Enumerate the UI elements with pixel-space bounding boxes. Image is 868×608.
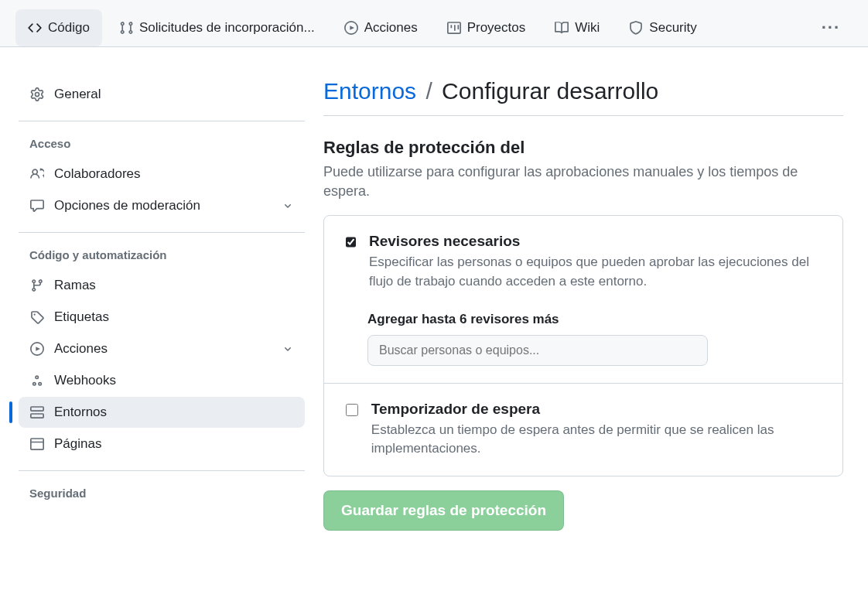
browser-icon	[29, 436, 45, 452]
row-required-reviewers: Revisores necesarios Especificar las per…	[324, 216, 842, 383]
breadcrumb-parent[interactable]: Entornos	[323, 78, 416, 104]
sidebar-heading-code: Código y automatización	[19, 244, 305, 269]
server-icon	[29, 405, 45, 420]
sidebar-item-label: General	[54, 87, 101, 102]
tab-projects[interactable]: Proyectos	[435, 9, 538, 46]
section-title: Reglas de protección del	[323, 138, 843, 158]
shield-icon	[629, 21, 643, 35]
tag-icon	[29, 309, 45, 325]
tab-security-label: Security	[649, 20, 696, 36]
chevron-down-icon	[282, 200, 294, 212]
required-reviewers-desc: Especificar las personas o equipos que p…	[369, 253, 824, 291]
sidebar-item-tags[interactable]: Etiquetas	[19, 302, 305, 333]
tab-actions[interactable]: Acciones	[332, 9, 430, 46]
overflow-menu[interactable]: ···	[809, 10, 853, 46]
pull-request-icon	[119, 21, 133, 35]
divider	[19, 232, 305, 233]
protection-rules-box: Revisores necesarios Especificar las per…	[323, 215, 843, 476]
branch-icon	[29, 278, 45, 293]
section-desc: Puede utilizarse para configurar las apr…	[323, 162, 843, 201]
comment-icon	[29, 198, 45, 213]
play-circle-icon	[344, 21, 358, 35]
book-icon	[555, 21, 569, 35]
tab-actions-label: Acciones	[364, 20, 418, 36]
required-reviewers-checkbox[interactable]	[346, 235, 356, 249]
sidebar-item-moderation[interactable]: Opciones de moderación	[19, 190, 305, 221]
divider	[19, 470, 305, 471]
sidebar-heading-access: Acceso	[19, 132, 305, 158]
settings-sidebar: General Acceso Colaboradores Opciones de…	[19, 78, 305, 531]
main-content: Entornos / Configurar desarrollo Reglas …	[323, 78, 849, 531]
play-circle-icon	[29, 341, 45, 357]
sidebar-item-branches[interactable]: Ramas	[19, 270, 305, 301]
tab-pulls[interactable]: Solicitudes de incorporación...	[107, 9, 327, 46]
sidebar-item-pages[interactable]: Páginas	[19, 429, 305, 459]
breadcrumb-separator: /	[425, 78, 432, 104]
tab-wiki-label: Wiki	[575, 20, 600, 36]
people-icon	[29, 166, 45, 182]
webhook-icon	[29, 373, 45, 388]
wait-timer-checkbox[interactable]	[346, 403, 358, 417]
sidebar-item-label: Entornos	[54, 405, 107, 420]
breadcrumb-current: Configurar desarrollo	[442, 78, 658, 104]
wait-timer-desc: Establezca un tiempo de espera antes de …	[371, 421, 824, 459]
sidebar-item-label: Colaboradores	[54, 166, 141, 182]
tab-code[interactable]: Código	[15, 9, 102, 46]
sidebar-item-actions[interactable]: Acciones	[19, 333, 305, 364]
project-icon	[447, 21, 461, 35]
gear-icon	[29, 87, 45, 102]
sidebar-item-label: Acciones	[54, 341, 108, 357]
sidebar-item-label: Páginas	[54, 436, 101, 452]
sidebar-item-environments[interactable]: Entornos	[19, 397, 305, 428]
sidebar-item-label: Opciones de moderación	[54, 198, 200, 213]
code-icon	[28, 21, 42, 35]
save-protection-rules-button[interactable]: Guardar reglas de protección	[323, 490, 564, 531]
sidebar-item-label: Webhooks	[54, 373, 116, 388]
sidebar-item-webhooks[interactable]: Webhooks	[19, 365, 305, 396]
chevron-down-icon	[282, 343, 294, 355]
required-reviewers-title: Revisores necesarios	[369, 233, 824, 250]
tab-security[interactable]: Security	[617, 9, 709, 46]
tab-pulls-label: Solicitudes de incorporación...	[139, 20, 315, 36]
sidebar-item-collaborators[interactable]: Colaboradores	[19, 159, 305, 190]
sidebar-item-general[interactable]: General	[19, 79, 305, 110]
divider	[19, 121, 305, 121]
tab-projects-label: Proyectos	[467, 20, 526, 36]
breadcrumb: Entornos / Configurar desarrollo	[323, 78, 843, 116]
sidebar-heading-security: Seguridad	[19, 482, 305, 507]
kebab-icon: ···	[822, 18, 840, 37]
tab-wiki[interactable]: Wiki	[542, 9, 612, 46]
wait-timer-title: Temporizador de espera	[371, 401, 824, 418]
tab-code-label: Código	[48, 20, 90, 36]
repo-nav: Código Solicitudes de incorporación... A…	[0, 0, 868, 47]
sidebar-item-label: Etiquetas	[54, 309, 109, 325]
reviewer-search-input[interactable]	[367, 335, 708, 366]
sidebar-item-label: Ramas	[54, 278, 96, 293]
row-wait-timer: Temporizador de espera Establezca un tie…	[324, 384, 842, 476]
add-reviewers-label: Agregar hasta 6 revisores más	[367, 312, 824, 327]
